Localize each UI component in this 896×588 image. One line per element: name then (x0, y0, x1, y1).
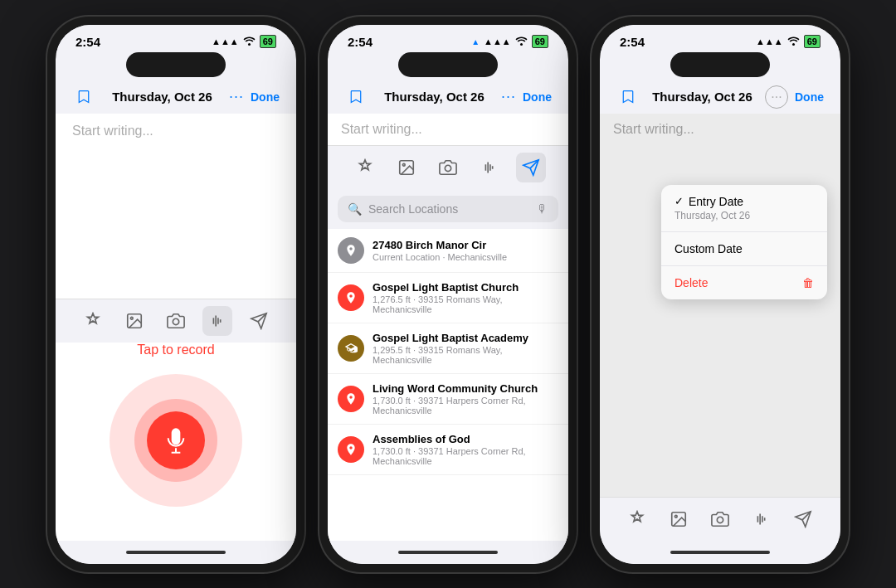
waveform-btn-1[interactable] (202, 306, 232, 336)
svg-point-23 (717, 517, 723, 522)
home-indicator-2 (328, 541, 568, 564)
wifi-icon-3 (787, 36, 800, 47)
status-icons-2: ▲ ▲▲▲ 69 (471, 35, 548, 48)
done-btn-1[interactable]: Done (251, 90, 280, 104)
church-location-icon-3 (338, 386, 364, 412)
mic-button[interactable] (147, 411, 205, 469)
magic-btn-1[interactable] (78, 306, 108, 336)
done-btn-3[interactable]: Done (795, 90, 824, 104)
svg-point-10 (520, 43, 523, 46)
svg-point-20 (792, 43, 795, 46)
dynamic-island-2 (398, 52, 498, 77)
mic-search-icon[interactable]: 🎙 (537, 202, 548, 216)
svg-point-3 (173, 318, 178, 324)
nav-title-1: Thursday, Oct 26 (95, 90, 229, 104)
entry-date-title: ✓ Entry Date (674, 195, 814, 208)
list-item[interactable]: Gospel Light Baptist Academy 1,295.5 ft … (328, 323, 568, 374)
toolbar-2 (328, 145, 568, 189)
svg-point-2 (130, 317, 133, 319)
phone-1: 2:54 ▲▲▲ 69 (47, 17, 304, 572)
phone-2-screen: 2:54 ▲ ▲▲▲ 69 (328, 25, 568, 564)
status-time-1: 2:54 (75, 35, 100, 49)
search-icon-2: 🔍 (348, 202, 362, 216)
location-active-icon-2: ▲ (471, 37, 480, 46)
image-btn-1[interactable] (119, 306, 149, 336)
bookmark-icon-2[interactable] (344, 85, 368, 109)
academy-location-icon (338, 335, 364, 362)
list-item[interactable]: Living Word Community Church 1,730.0 ft … (328, 374, 568, 425)
dynamic-island-1 (126, 52, 226, 77)
camera-btn-1[interactable] (161, 306, 191, 336)
camera-btn-3[interactable] (705, 504, 735, 534)
location-info-0: 27480 Birch Manor Cir Current Location ·… (373, 239, 558, 262)
send-btn-2[interactable] (516, 153, 546, 182)
nav-title-3: Thursday, Oct 26 (640, 90, 765, 104)
nav-location-icon (338, 237, 364, 264)
phone-1-screen: 2:54 ▲▲▲ 69 (56, 25, 296, 564)
nav-bar-3: Thursday, Oct 26 ··· Done (600, 80, 840, 114)
location-info-4: Assemblies of God 1,730.0 ft · 39371 Har… (373, 433, 558, 466)
status-bar-1: 2:54 ▲▲▲ 69 (56, 25, 296, 52)
content-area-1[interactable]: Start writing... (56, 114, 296, 299)
entry-date-label: Entry Date (689, 195, 743, 208)
status-time-2: 2:54 (348, 35, 373, 49)
magic-btn-2[interactable] (350, 153, 380, 182)
home-bar-1 (126, 551, 226, 554)
custom-date-label: Custom Date (674, 242, 743, 255)
more-options-2[interactable]: ··· (501, 88, 516, 105)
wifi-icon-1 (243, 36, 256, 47)
list-item[interactable]: Assemblies of God 1,730.0 ft · 39371 Har… (328, 425, 568, 475)
delete-item[interactable]: Delete 🗑 (661, 266, 827, 299)
church-location-icon-1 (338, 284, 364, 311)
location-list: 27480 Birch Manor Cir Current Location ·… (328, 229, 568, 541)
bookmark-icon-1[interactable] (72, 85, 95, 109)
dynamic-island-3 (670, 52, 770, 77)
image-btn-3[interactable] (664, 504, 694, 534)
status-bar-2: 2:54 ▲ ▲▲▲ 69 (328, 25, 568, 52)
location-info-2: Gospel Light Baptist Academy 1,295.5 ft … (373, 332, 558, 365)
content-area-2[interactable]: Start writing... (328, 114, 568, 145)
bookmark-icon-3[interactable] (616, 85, 640, 109)
custom-date-item[interactable]: Custom Date (661, 232, 827, 266)
battery-icon-2: 69 (532, 35, 548, 48)
tap-to-record-label: Tap to record (137, 343, 214, 357)
more-options-3[interactable]: ··· (765, 85, 788, 109)
battery-icon-3: 69 (804, 35, 821, 48)
status-bar-3: 2:54 ▲▲▲ 69 (600, 25, 840, 52)
search-bar[interactable]: 🔍 Search Locations 🎙 (338, 196, 558, 222)
signal-icon-3: ▲▲▲ (756, 36, 783, 46)
location-name-4: Assemblies of God (373, 433, 558, 445)
list-item[interactable]: Gospel Light Baptist Church 1,276.5 ft ·… (328, 273, 568, 323)
send-btn-1[interactable] (244, 306, 274, 336)
waveform-btn-2[interactable] (475, 153, 504, 182)
toolbar-3 (600, 497, 840, 541)
image-btn-2[interactable] (392, 153, 421, 182)
done-btn-2[interactable]: Done (523, 90, 552, 104)
location-detail-2: 1,295.5 ft · 39315 Romans Way, Mechanics… (373, 345, 558, 365)
toolbar-1 (56, 299, 296, 343)
svg-point-0 (248, 43, 251, 46)
church-location-icon-4 (338, 436, 364, 463)
location-info-1: Gospel Light Baptist Church 1,276.5 ft ·… (373, 281, 558, 314)
delete-title: Delete 🗑 (674, 276, 814, 289)
delete-label: Delete (674, 276, 708, 289)
entry-date-item[interactable]: ✓ Entry Date Thursday, Oct 26 (661, 185, 827, 232)
magic-btn-3[interactable] (622, 504, 652, 534)
svg-point-12 (402, 163, 405, 166)
location-name-0: 27480 Birch Manor Cir (373, 239, 558, 251)
send-btn-3[interactable] (788, 504, 818, 534)
placeholder-2: Start writing... (341, 122, 422, 136)
nav-bar-1: Thursday, Oct 26 ··· Done (56, 80, 296, 114)
list-item[interactable]: 27480 Birch Manor Cir Current Location ·… (328, 229, 568, 273)
home-indicator-3 (600, 541, 840, 564)
phones-container: 2:54 ▲▲▲ 69 (39, 8, 857, 581)
phone-2: 2:54 ▲ ▲▲▲ 69 (319, 17, 577, 572)
more-options-1[interactable]: ··· (229, 88, 244, 105)
placeholder-1: Start writing... (72, 124, 153, 138)
status-icons-1: ▲▲▲ 69 (212, 35, 276, 48)
waveform-btn-3[interactable] (747, 504, 777, 534)
location-detail-0: Current Location · Mechanicsville (373, 252, 558, 262)
location-name-2: Gospel Light Baptist Academy (373, 332, 558, 344)
home-indicator-1 (56, 541, 296, 564)
camera-btn-2[interactable] (433, 153, 463, 182)
